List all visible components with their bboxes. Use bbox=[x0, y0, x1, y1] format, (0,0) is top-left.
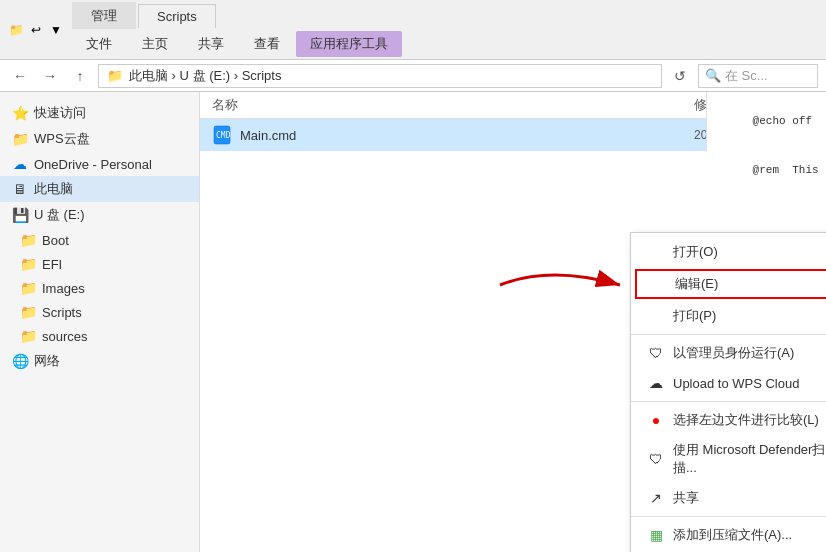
star-icon: ⭐ bbox=[12, 105, 28, 121]
svg-text:CMD: CMD bbox=[216, 131, 231, 140]
cm-shield-icon: 🛡 bbox=[647, 344, 665, 362]
sidebar-item-efi[interactable]: 📁 EFI bbox=[0, 252, 199, 276]
sidebar-item-scripts[interactable]: 📁 Scripts bbox=[0, 300, 199, 324]
folder-icon: 📁 bbox=[107, 68, 123, 83]
sidebar-item-network[interactable]: 🌐 网络 bbox=[0, 348, 199, 374]
tab-scripts[interactable]: Scripts bbox=[138, 4, 216, 28]
ribbon-tabs: 管理 Scripts 文件 主页 共享 查看 应用程序工具 bbox=[72, 0, 826, 59]
cm-defender-icon: 🛡 bbox=[647, 450, 665, 468]
preview-line1: @echo off bbox=[753, 115, 812, 127]
file-area: 名称 修改日期 CMD Main.cmd 2024/1/2 上... @echo… bbox=[200, 92, 826, 552]
cm-share-label: 共享 bbox=[673, 489, 699, 507]
col-name: 名称 bbox=[212, 96, 694, 114]
quick-access-icon: 📁 bbox=[8, 22, 24, 38]
search-placeholder-text: 在 Sc... bbox=[725, 67, 768, 85]
preview-panel: @echo off @rem This s... bbox=[706, 92, 826, 152]
breadcrumb[interactable]: 📁 此电脑 › U 盘 (E:) › Scripts bbox=[98, 64, 662, 88]
network-icon: 🌐 bbox=[12, 353, 28, 369]
cm-defender[interactable]: 🛡 使用 Microsoft Defender扫描... bbox=[631, 435, 826, 483]
folder-icon-images: 📁 bbox=[20, 280, 36, 296]
back-button[interactable]: ← bbox=[8, 64, 32, 88]
up-button[interactable]: ↑ bbox=[68, 64, 92, 88]
tab-view[interactable]: 查看 bbox=[240, 31, 294, 57]
tab-home[interactable]: 主页 bbox=[128, 31, 182, 57]
sidebar: ⭐ 快速访问 📁 WPS云盘 ☁ OneDrive - Personal 🖥 此… bbox=[0, 92, 200, 552]
refresh-button[interactable]: ↺ bbox=[668, 64, 692, 88]
sidebar-label-network: 网络 bbox=[34, 352, 60, 370]
drive-icon: 💾 bbox=[12, 207, 28, 223]
sidebar-item-udisk[interactable]: 💾 U 盘 (E:) bbox=[0, 202, 199, 228]
cm-print-label: 打印(P) bbox=[673, 307, 716, 325]
folder-icon-boot: 📁 bbox=[20, 232, 36, 248]
cm-sep-2 bbox=[631, 401, 826, 402]
sidebar-item-wps[interactable]: 📁 WPS云盘 bbox=[0, 126, 199, 152]
sidebar-label-onedrive: OneDrive - Personal bbox=[34, 157, 152, 172]
pc-icon: 🖥 bbox=[12, 181, 28, 197]
cm-edit[interactable]: 编辑(E) bbox=[635, 269, 826, 299]
cm-print[interactable]: 打印(P) bbox=[631, 301, 826, 331]
cm-cloud-icon: ☁ bbox=[647, 374, 665, 392]
wps-icon: 📁 bbox=[12, 131, 28, 147]
window-controls: 📁 ↩ ▼ bbox=[0, 0, 72, 59]
preview-line2: @rem This s... bbox=[753, 164, 826, 176]
cm-sep-1 bbox=[631, 334, 826, 335]
sidebar-label-this-pc: 此电脑 bbox=[34, 180, 73, 198]
cm-open[interactable]: 打开(O) bbox=[631, 237, 826, 267]
folder-icon-sources: 📁 bbox=[20, 328, 36, 344]
sidebar-label-scripts: Scripts bbox=[42, 305, 82, 320]
context-menu: 打开(O) 编辑(E) 打印(P) 🛡 以管理员身份运行(A) ☁ Upload… bbox=[630, 232, 826, 552]
cm-edit-label: 编辑(E) bbox=[675, 275, 718, 293]
folder-icon-efi: 📁 bbox=[20, 256, 36, 272]
cm-run-admin-label: 以管理员身份运行(A) bbox=[673, 344, 794, 362]
search-bar[interactable]: 🔍 在 Sc... bbox=[698, 64, 818, 88]
address-bar: ← → ↑ 📁 此电脑 › U 盘 (E:) › Scripts ↺ 🔍 在 S… bbox=[0, 60, 826, 92]
sidebar-item-this-pc[interactable]: 🖥 此电脑 bbox=[0, 176, 199, 202]
cm-open-icon bbox=[647, 243, 665, 261]
main-layout: ⭐ 快速访问 📁 WPS云盘 ☁ OneDrive - Personal 🖥 此… bbox=[0, 92, 826, 552]
sidebar-label-images: Images bbox=[42, 281, 85, 296]
cmd-file-icon: CMD bbox=[212, 125, 232, 145]
sidebar-label-boot: Boot bbox=[42, 233, 69, 248]
cm-compress-zip[interactable]: ▦ 添加到压缩文件(A)... bbox=[631, 520, 826, 550]
cm-zip-icon: ▦ bbox=[647, 526, 665, 544]
dropdown-icon[interactable]: ▼ bbox=[48, 22, 64, 38]
sidebar-item-sources[interactable]: 📁 sources bbox=[0, 324, 199, 348]
tab-app-tools[interactable]: 应用程序工具 bbox=[296, 31, 402, 57]
sidebar-label-sources: sources bbox=[42, 329, 88, 344]
cm-upload-wps[interactable]: ☁ Upload to WPS Cloud bbox=[631, 368, 826, 398]
top-tabs: 管理 Scripts bbox=[72, 2, 402, 29]
cm-edit-icon bbox=[649, 275, 667, 293]
cm-sep-3 bbox=[631, 516, 826, 517]
cm-compress-zip-label: 添加到压缩文件(A)... bbox=[673, 526, 792, 544]
breadcrumb-text: 此电脑 › U 盘 (E:) › Scripts bbox=[129, 67, 281, 85]
sidebar-item-boot[interactable]: 📁 Boot bbox=[0, 228, 199, 252]
folder-icon-scripts: 📁 bbox=[20, 304, 36, 320]
arrow-overlay bbox=[490, 260, 640, 313]
file-name-main-cmd: Main.cmd bbox=[240, 128, 686, 143]
sidebar-label-udisk: U 盘 (E:) bbox=[34, 206, 85, 224]
tab-share[interactable]: 共享 bbox=[184, 31, 238, 57]
sidebar-label-efi: EFI bbox=[42, 257, 62, 272]
cm-run-admin[interactable]: 🛡 以管理员身份运行(A) bbox=[631, 338, 826, 368]
cm-upload-wps-label: Upload to WPS Cloud bbox=[673, 376, 799, 391]
undo-icon[interactable]: ↩ bbox=[28, 22, 44, 38]
tab-manage[interactable]: 管理 bbox=[72, 2, 136, 29]
cm-share[interactable]: ↗ 共享 bbox=[631, 483, 826, 513]
sidebar-item-images[interactable]: 📁 Images bbox=[0, 276, 199, 300]
forward-button[interactable]: → bbox=[38, 64, 62, 88]
sidebar-item-onedrive[interactable]: ☁ OneDrive - Personal bbox=[0, 152, 199, 176]
tab-group: 管理 Scripts 文件 主页 共享 查看 应用程序工具 bbox=[72, 2, 402, 59]
onedrive-icon: ☁ bbox=[12, 156, 28, 172]
sidebar-label-wps: WPS云盘 bbox=[34, 130, 90, 148]
tab-file[interactable]: 文件 bbox=[72, 31, 126, 57]
sidebar-item-quick-access[interactable]: ⭐ 快速访问 bbox=[0, 100, 199, 126]
cm-compare-icon: ● bbox=[647, 411, 665, 429]
bottom-tabs: 文件 主页 共享 查看 应用程序工具 bbox=[72, 29, 402, 59]
search-icon: 🔍 bbox=[705, 68, 721, 83]
cm-open-label: 打开(O) bbox=[673, 243, 718, 261]
sidebar-label-quick-access: 快速访问 bbox=[34, 104, 86, 122]
cm-defender-label: 使用 Microsoft Defender扫描... bbox=[673, 441, 826, 477]
cm-print-icon bbox=[647, 307, 665, 325]
cm-compare[interactable]: ● 选择左边文件进行比较(L) bbox=[631, 405, 826, 435]
cm-compare-label: 选择左边文件进行比较(L) bbox=[673, 411, 819, 429]
